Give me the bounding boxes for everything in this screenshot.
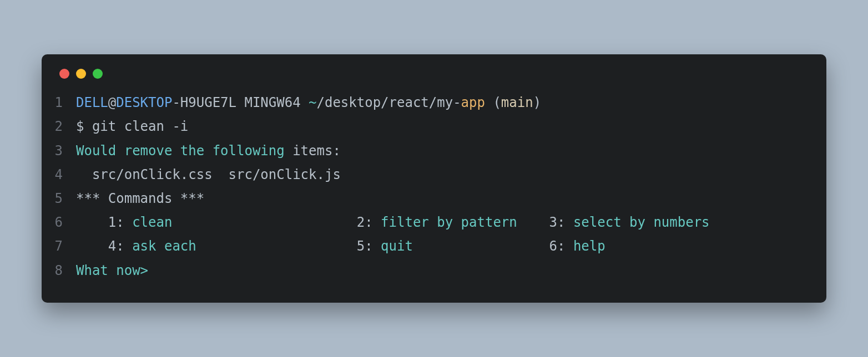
cmd-index: 5: (357, 238, 381, 254)
terminal-line: 7 4: ask each 5: quit 6: help (42, 234, 826, 258)
commands-row-1: 1: clean 2: filter by pattern 3: select … (76, 211, 826, 234)
prompt-host-suffix: H9UGE7L MINGW64 (180, 95, 309, 110)
cmd-label: quit (381, 238, 413, 254)
minimize-icon[interactable] (76, 69, 86, 79)
cmd-label: filter by pattern (381, 215, 517, 230)
terminal-window: 1 DELL@DESKTOP-H9UGE7L MINGW64 ~/desktop… (42, 54, 826, 303)
output-suffix: items: (285, 143, 341, 159)
prompt-what-now[interactable]: What now> (76, 259, 826, 283)
maximize-icon[interactable] (93, 69, 103, 79)
output-prefix: Would remove the following (76, 143, 285, 159)
cmd-label: select by numbers (573, 215, 710, 230)
output-text: Would remove the following items: (76, 139, 826, 163)
terminal-output[interactable]: 1 DELL@DESKTOP-H9UGE7L MINGW64 ~/desktop… (42, 91, 826, 283)
app-segment: app (461, 95, 485, 110)
at-symbol: @ (108, 95, 116, 110)
terminal-line: 6 1: clean 2: filter by pattern 3: selec… (42, 211, 826, 234)
line-number: 5 (42, 187, 76, 211)
gap (517, 215, 549, 230)
gap (196, 238, 357, 254)
cmd-index: 1: (76, 215, 132, 230)
line-number: 4 (42, 163, 76, 187)
cmd-index: 3: (549, 215, 573, 230)
titlebar (42, 69, 826, 91)
terminal-line: 8 What now> (42, 259, 826, 283)
gap (172, 215, 356, 230)
tilde: ~ (309, 95, 316, 110)
prompt-host: DESKTOP (116, 95, 172, 110)
dash: - (172, 95, 180, 110)
command-text: $ git clean -i (76, 115, 826, 139)
terminal-line: 4 src/onClick.css src/onClick.js (42, 163, 826, 187)
cmd-label: clean (132, 215, 172, 230)
terminal-line: 3 Would remove the following items: (42, 139, 826, 163)
terminal-line: 1 DELL@DESKTOP-H9UGE7L MINGW64 ~/desktop… (42, 91, 826, 115)
cmd-index: 2: (357, 215, 381, 230)
line-number: 2 (42, 115, 76, 139)
paren-close: ) (533, 95, 541, 110)
terminal-line: 5 *** Commands *** (42, 187, 826, 211)
line-number: 6 (42, 211, 76, 234)
cmd-label: ask each (132, 238, 196, 254)
path: /desktop/react/my- (317, 95, 461, 110)
commands-header: *** Commands *** (76, 187, 826, 211)
cmd-label: help (573, 238, 605, 254)
line-number: 1 (42, 91, 76, 115)
cmd-index: 6: (549, 238, 573, 254)
gap (413, 238, 549, 254)
prompt-user: DELL (76, 95, 108, 110)
close-icon[interactable] (59, 69, 69, 79)
line-number: 7 (42, 234, 76, 258)
space (485, 95, 493, 110)
prompt-line: DELL@DESKTOP-H9UGE7L MINGW64 ~/desktop/r… (76, 91, 826, 115)
cmd-index: 4: (76, 238, 132, 254)
file-list: src/onClick.css src/onClick.js (76, 163, 826, 187)
paren-open: ( (493, 95, 501, 110)
line-number: 8 (42, 259, 76, 283)
commands-row-2: 4: ask each 5: quit 6: help (76, 234, 826, 258)
branch-name: main (501, 95, 533, 110)
line-number: 3 (42, 139, 76, 163)
terminal-line: 2 $ git clean -i (42, 115, 826, 139)
